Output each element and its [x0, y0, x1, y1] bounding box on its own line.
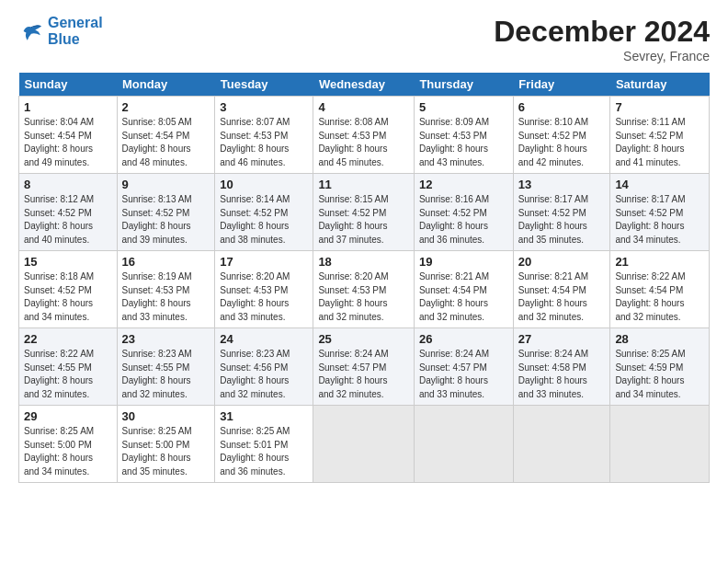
weekday-header-friday: Friday	[513, 73, 610, 97]
day-number: 29	[24, 409, 112, 423]
page: General Blue December 2024 Sevrey, Franc…	[0, 0, 728, 563]
day-number: 2	[122, 100, 210, 114]
calendar-cell: 15Sunrise: 8:18 AMSunset: 4:52 PMDayligh…	[19, 251, 118, 328]
calendar-cell: 20Sunrise: 8:21 AMSunset: 4:54 PMDayligh…	[513, 251, 610, 328]
day-info: Sunrise: 8:12 AMSunset: 4:52 PMDaylight:…	[24, 193, 112, 247]
day-info: Sunrise: 8:22 AMSunset: 4:54 PMDaylight:…	[615, 270, 704, 324]
location: Sevrey, France	[494, 49, 710, 63]
day-number: 23	[122, 332, 210, 346]
day-number: 13	[518, 178, 606, 191]
day-number: 28	[615, 332, 704, 346]
calendar-cell: 9Sunrise: 8:13 AMSunset: 4:52 PMDaylight…	[117, 174, 215, 251]
day-info: Sunrise: 8:15 AMSunset: 4:52 PMDaylight:…	[318, 193, 409, 247]
calendar-cell: 11Sunrise: 8:15 AMSunset: 4:52 PMDayligh…	[313, 174, 415, 251]
day-number: 18	[318, 255, 409, 269]
calendar-cell: 24Sunrise: 8:23 AMSunset: 4:56 PMDayligh…	[215, 328, 313, 406]
header: General Blue December 2024 Sevrey, Franc…	[18, 15, 710, 63]
day-info: Sunrise: 8:11 AMSunset: 4:52 PMDaylight:…	[615, 116, 704, 169]
day-number: 5	[419, 100, 508, 114]
day-number: 14	[615, 178, 704, 191]
day-number: 25	[318, 332, 409, 346]
day-info: Sunrise: 8:20 AMSunset: 4:53 PMDaylight:…	[318, 270, 409, 324]
calendar-cell	[313, 406, 415, 483]
day-info: Sunrise: 8:10 AMSunset: 4:52 PMDaylight:…	[518, 116, 606, 169]
day-info: Sunrise: 8:24 AMSunset: 4:57 PMDaylight:…	[318, 348, 409, 401]
day-info: Sunrise: 8:25 AMSunset: 5:00 PMDaylight:…	[24, 425, 112, 478]
calendar-cell: 3Sunrise: 8:07 AMSunset: 4:53 PMDaylight…	[215, 97, 313, 174]
day-info: Sunrise: 8:13 AMSunset: 4:52 PMDaylight:…	[122, 193, 210, 247]
calendar-table: SundayMondayTuesdayWednesdayThursdayFrid…	[18, 73, 710, 483]
day-info: Sunrise: 8:25 AMSunset: 5:00 PMDaylight:…	[122, 425, 210, 478]
logo: General Blue	[18, 15, 103, 47]
calendar-cell: 31Sunrise: 8:25 AMSunset: 5:01 PMDayligh…	[215, 406, 313, 483]
day-info: Sunrise: 8:05 AMSunset: 4:54 PMDaylight:…	[122, 116, 210, 169]
calendar-cell: 21Sunrise: 8:22 AMSunset: 4:54 PMDayligh…	[610, 251, 710, 328]
day-info: Sunrise: 8:21 AMSunset: 4:54 PMDaylight:…	[518, 270, 606, 324]
day-info: Sunrise: 8:24 AMSunset: 4:58 PMDaylight:…	[518, 348, 606, 401]
day-info: Sunrise: 8:07 AMSunset: 4:53 PMDaylight:…	[220, 116, 308, 169]
title-block: December 2024 Sevrey, France	[494, 15, 710, 63]
day-number: 16	[122, 255, 210, 269]
day-info: Sunrise: 8:16 AMSunset: 4:52 PMDaylight:…	[419, 193, 508, 247]
day-number: 8	[24, 178, 112, 191]
day-info: Sunrise: 8:17 AMSunset: 4:52 PMDaylight:…	[518, 193, 606, 247]
day-info: Sunrise: 8:22 AMSunset: 4:55 PMDaylight:…	[24, 348, 112, 401]
logo-text: General Blue	[48, 15, 103, 47]
day-info: Sunrise: 8:04 AMSunset: 4:54 PMDaylight:…	[24, 116, 112, 169]
day-number: 31	[220, 409, 308, 423]
day-info: Sunrise: 8:25 AMSunset: 4:59 PMDaylight:…	[615, 348, 704, 401]
day-number: 27	[518, 332, 606, 346]
day-info: Sunrise: 8:14 AMSunset: 4:52 PMDaylight:…	[220, 193, 308, 247]
month-title: December 2024	[494, 15, 710, 49]
day-number: 26	[419, 332, 508, 346]
calendar-cell: 8Sunrise: 8:12 AMSunset: 4:52 PMDaylight…	[19, 174, 118, 251]
day-number: 12	[419, 178, 508, 191]
calendar-cell: 30Sunrise: 8:25 AMSunset: 5:00 PMDayligh…	[117, 406, 215, 483]
calendar-cell: 13Sunrise: 8:17 AMSunset: 4:52 PMDayligh…	[513, 174, 610, 251]
calendar-cell: 6Sunrise: 8:10 AMSunset: 4:52 PMDaylight…	[513, 97, 610, 174]
calendar-cell: 25Sunrise: 8:24 AMSunset: 4:57 PMDayligh…	[313, 328, 415, 406]
day-info: Sunrise: 8:25 AMSunset: 5:01 PMDaylight:…	[220, 425, 308, 478]
calendar-cell: 1Sunrise: 8:04 AMSunset: 4:54 PMDaylight…	[19, 97, 118, 174]
calendar-cell: 26Sunrise: 8:24 AMSunset: 4:57 PMDayligh…	[414, 328, 513, 406]
day-number: 15	[24, 255, 112, 269]
weekday-header-saturday: Saturday	[610, 73, 710, 97]
logo-bird-icon	[18, 18, 44, 44]
calendar-cell: 10Sunrise: 8:14 AMSunset: 4:52 PMDayligh…	[215, 174, 313, 251]
calendar-cell: 4Sunrise: 8:08 AMSunset: 4:53 PMDaylight…	[313, 97, 415, 174]
calendar-cell: 17Sunrise: 8:20 AMSunset: 4:53 PMDayligh…	[215, 251, 313, 328]
day-number: 6	[518, 100, 606, 114]
calendar-cell	[414, 406, 513, 483]
day-number: 17	[220, 255, 308, 269]
day-number: 21	[615, 255, 704, 269]
calendar-cell: 29Sunrise: 8:25 AMSunset: 5:00 PMDayligh…	[19, 406, 118, 483]
weekday-header-thursday: Thursday	[414, 73, 513, 97]
day-info: Sunrise: 8:24 AMSunset: 4:57 PMDaylight:…	[419, 348, 508, 401]
day-info: Sunrise: 8:19 AMSunset: 4:53 PMDaylight:…	[122, 270, 210, 324]
weekday-header-sunday: Sunday	[19, 73, 118, 97]
calendar-cell: 16Sunrise: 8:19 AMSunset: 4:53 PMDayligh…	[117, 251, 215, 328]
weekday-header-monday: Monday	[117, 73, 215, 97]
day-number: 10	[220, 178, 308, 191]
calendar-cell: 12Sunrise: 8:16 AMSunset: 4:52 PMDayligh…	[414, 174, 513, 251]
day-number: 30	[122, 409, 210, 423]
calendar-cell: 23Sunrise: 8:23 AMSunset: 4:55 PMDayligh…	[117, 328, 215, 406]
calendar-cell: 7Sunrise: 8:11 AMSunset: 4:52 PMDaylight…	[610, 97, 710, 174]
calendar-cell: 28Sunrise: 8:25 AMSunset: 4:59 PMDayligh…	[610, 328, 710, 406]
day-number: 7	[615, 100, 704, 114]
calendar-cell: 5Sunrise: 8:09 AMSunset: 4:53 PMDaylight…	[414, 97, 513, 174]
day-info: Sunrise: 8:18 AMSunset: 4:52 PMDaylight:…	[24, 270, 112, 324]
calendar-cell: 2Sunrise: 8:05 AMSunset: 4:54 PMDaylight…	[117, 97, 215, 174]
day-number: 3	[220, 100, 308, 114]
day-info: Sunrise: 8:09 AMSunset: 4:53 PMDaylight:…	[419, 116, 508, 169]
day-number: 9	[122, 178, 210, 191]
calendar-cell: 22Sunrise: 8:22 AMSunset: 4:55 PMDayligh…	[19, 328, 118, 406]
calendar-cell	[610, 406, 710, 483]
day-number: 20	[518, 255, 606, 269]
day-number: 19	[419, 255, 508, 269]
day-number: 24	[220, 332, 308, 346]
calendar-cell: 14Sunrise: 8:17 AMSunset: 4:52 PMDayligh…	[610, 174, 710, 251]
calendar-cell: 27Sunrise: 8:24 AMSunset: 4:58 PMDayligh…	[513, 328, 610, 406]
day-number: 22	[24, 332, 112, 346]
day-info: Sunrise: 8:08 AMSunset: 4:53 PMDaylight:…	[318, 116, 409, 169]
